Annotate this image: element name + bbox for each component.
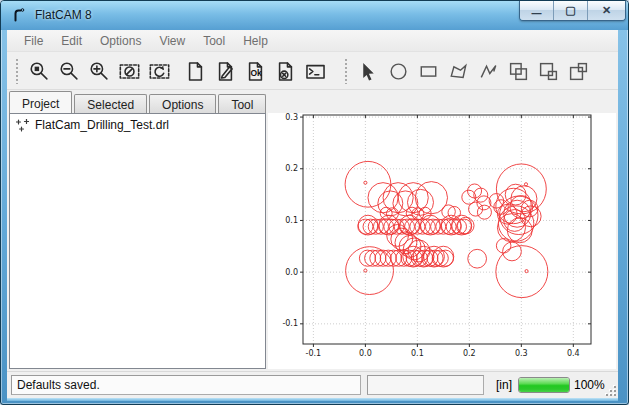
polygon-union-icon — [508, 61, 529, 82]
toolbar2-drag-handle[interactable] — [344, 58, 348, 84]
svg-text:-0.1: -0.1 — [306, 349, 322, 358]
plot-canvas[interactable]: -0.10.00.10.20.30.4-0.10.00.10.20.3 — [268, 113, 616, 369]
caption-buttons: — ▢ ✕ — [519, 1, 626, 21]
tab-options[interactable]: Options — [149, 94, 216, 113]
titlebar[interactable]: FlatCAM 8 — ▢ ✕ — [1, 1, 628, 30]
zoom-out-button[interactable] — [55, 57, 83, 85]
svg-text:0.3: 0.3 — [285, 113, 298, 122]
svg-text:-0.1: -0.1 — [282, 319, 298, 328]
clear-plot-icon — [119, 61, 140, 82]
progress-bar — [518, 377, 570, 393]
draw-polygon-button[interactable] — [444, 57, 472, 85]
menu-view[interactable]: View — [150, 32, 194, 50]
svg-text:0.3: 0.3 — [515, 349, 528, 358]
resize-grip[interactable] — [604, 384, 616, 396]
new-project-button[interactable] — [181, 57, 209, 85]
new-project-icon — [185, 61, 206, 82]
maximize-button[interactable]: ▢ — [554, 1, 588, 20]
polygon-cut-icon — [568, 61, 589, 82]
window-title: FlatCAM 8 — [35, 8, 92, 22]
zoom-fit-button[interactable] — [25, 57, 53, 85]
accept-ok-icon: Ok — [245, 61, 266, 82]
toolbar: Ok — [7, 53, 618, 90]
tree-item-drill-object[interactable]: FlatCam_Drilling_Test.drl — [10, 114, 265, 134]
zoom-fit-icon — [29, 61, 50, 82]
maximize-icon: ▢ — [565, 5, 575, 16]
svg-text:0.2: 0.2 — [285, 164, 298, 173]
select-arrow-icon — [358, 61, 379, 82]
shell-icon — [305, 61, 326, 82]
client-area: File Edit Options View Tool Help — [7, 30, 618, 398]
polygon-cut-button[interactable] — [564, 57, 592, 85]
polyline-tool-icon — [478, 61, 499, 82]
tree-item-label: FlatCam_Drilling_Test.drl — [35, 118, 169, 132]
replot-button[interactable] — [145, 57, 173, 85]
menubar: File Edit Options View Tool Help — [7, 30, 618, 52]
project-tree-panel: FlatCam_Drilling_Test.drl — [9, 113, 266, 369]
menu-file[interactable]: File — [15, 32, 52, 50]
svg-text:0.0: 0.0 — [359, 349, 372, 358]
flatcam-logo-icon — [11, 7, 27, 23]
drill-plot: -0.10.00.10.20.30.4-0.10.00.10.20.3 — [268, 113, 616, 369]
status-message: Defaults saved. — [17, 378, 100, 392]
select-tool-button[interactable] — [354, 57, 382, 85]
tab-selected[interactable]: Selected — [74, 94, 147, 113]
svg-text:0.2: 0.2 — [463, 349, 476, 358]
units-label: [in] — [496, 378, 512, 392]
svg-text:0.1: 0.1 — [411, 349, 424, 358]
svg-text:0.4: 0.4 — [567, 349, 580, 358]
toolbar-drag-handle[interactable] — [15, 58, 19, 84]
status-message-box: Defaults saved. — [11, 375, 361, 395]
minimize-button[interactable]: — — [520, 1, 554, 20]
accept-ok-button[interactable]: Ok — [241, 57, 269, 85]
open-project-button[interactable] — [211, 57, 239, 85]
tab-tool[interactable]: Tool — [218, 94, 266, 113]
menu-edit[interactable]: Edit — [52, 32, 91, 50]
polygon-subtract-icon — [538, 61, 559, 82]
menu-options[interactable]: Options — [91, 32, 150, 50]
statusbar: Defaults saved. [in] 100% — [7, 371, 618, 398]
cancel-delete-icon — [275, 61, 296, 82]
polygon-tool-icon — [448, 61, 469, 82]
polygon-union-button[interactable] — [504, 57, 532, 85]
menu-tool[interactable]: Tool — [194, 32, 234, 50]
tab-project[interactable]: Project — [9, 91, 72, 113]
draw-circle-button[interactable] — [384, 57, 412, 85]
minimize-icon: — — [532, 9, 542, 19]
drill-object-icon — [16, 119, 29, 132]
shell-button[interactable] — [301, 57, 329, 85]
clear-plot-button[interactable] — [115, 57, 143, 85]
close-icon: ✕ — [602, 5, 611, 16]
rectangle-tool-icon — [418, 61, 439, 82]
polygon-subtract-button[interactable] — [534, 57, 562, 85]
open-project-icon — [215, 61, 236, 82]
svg-text:0.0: 0.0 — [285, 268, 298, 277]
draw-rectangle-button[interactable] — [414, 57, 442, 85]
status-position-box — [367, 375, 484, 395]
cancel-delete-button[interactable] — [271, 57, 299, 85]
panel-tabs: Project Selected Options Tool — [9, 91, 268, 113]
window-bottom-border — [7, 398, 618, 401]
close-button[interactable]: ✕ — [588, 1, 625, 20]
replot-icon — [149, 61, 170, 82]
zoom-out-icon — [59, 61, 80, 82]
svg-text:Ok: Ok — [250, 68, 262, 78]
circle-tool-icon — [388, 61, 409, 82]
zoom-in-icon — [89, 61, 110, 82]
zoom-in-button[interactable] — [85, 57, 113, 85]
svg-text:0.1: 0.1 — [285, 216, 298, 225]
progress-percent-label: 100% — [574, 378, 605, 392]
draw-polyline-button[interactable] — [474, 57, 502, 85]
menu-help[interactable]: Help — [234, 32, 277, 50]
app-window: FlatCAM 8 — ▢ ✕ File Edit Options View T… — [0, 0, 629, 405]
progress-fill — [519, 378, 569, 392]
